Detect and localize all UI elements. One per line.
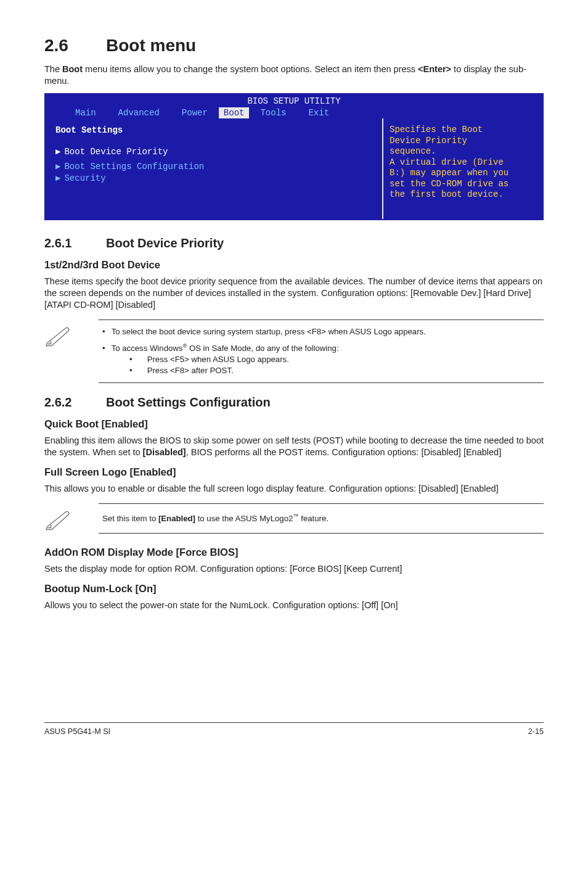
bios-help-line: sequence. xyxy=(390,146,536,157)
body-text: , BIOS performs all the POST items. Conf… xyxy=(186,447,502,457)
bios-help-line: A virtual drive (Drive xyxy=(390,157,536,168)
bios-tab-boot: Boot xyxy=(219,107,250,118)
subsection-title: Boot Settings Configuration xyxy=(106,395,271,409)
section-number: 2.6 xyxy=(44,35,106,57)
bios-tab-main: Main xyxy=(64,107,107,118)
bios-tab-power: Power xyxy=(171,107,219,118)
subsection-261: 2.6.1Boot Device Priority xyxy=(44,235,544,251)
note-sub-bullet: Press <F5> when ASUS Logo appears. xyxy=(129,354,540,365)
note-content: To select the boot device suring system … xyxy=(99,320,544,383)
note-block-2: Set this item to [Enabled] to use the AS… xyxy=(44,503,544,535)
note-text: To access Windows xyxy=(112,344,183,353)
note-bullet: To select the boot device suring system … xyxy=(102,326,540,337)
bios-help-line: B:) may appear when you xyxy=(390,168,536,179)
body-quick-boot: Enabling this item allows the BIOS to sk… xyxy=(44,435,544,458)
note-text: OS in Safe Mode, do any of the following… xyxy=(187,344,338,353)
bios-body: Boot Settings ▶Boot Device Priority ▶Boo… xyxy=(46,118,542,219)
subsection-title: Boot Device Priority xyxy=(106,236,224,250)
footer-left: ASUS P5G41-M SI xyxy=(44,727,110,737)
bios-item-selected: ▶Boot Device Priority xyxy=(55,146,372,157)
note-text: Set this item to xyxy=(102,514,158,524)
bios-screenshot: BIOS SETUP UTILITY Main Advanced Power B… xyxy=(44,93,544,220)
bios-item-label: Security xyxy=(64,173,105,183)
bios-help-line: Specifies the Boot xyxy=(390,125,536,136)
note-bullet: To access Windows® OS in Safe Mode, do a… xyxy=(102,342,540,376)
bios-header: BIOS SETUP UTILITY Main Advanced Power B… xyxy=(46,94,542,118)
body-261: These items specify the boot device prio… xyxy=(44,276,544,311)
note-text: feature. xyxy=(299,514,329,524)
section-heading: 2.6Boot menu xyxy=(44,35,544,57)
note-bold: [Enabled] xyxy=(158,514,195,524)
note-pencil-icon xyxy=(44,503,99,535)
trademark-icon: ™ xyxy=(293,513,298,519)
bios-help-line: set the CD-ROM drive as xyxy=(390,179,536,190)
note-block-1: To select the boot device suring system … xyxy=(44,320,544,383)
bios-help-panel: Specifies the Boot Device Priority seque… xyxy=(382,118,542,219)
page-footer: ASUS P5G41-M SI 2-15 xyxy=(44,722,544,737)
note-content: Set this item to [Enabled] to use the AS… xyxy=(99,503,544,534)
bios-left-header: Boot Settings xyxy=(55,125,372,136)
heading-full-screen-logo: Full Screen Logo [Enabled] xyxy=(44,466,544,479)
footer-right: 2-15 xyxy=(528,727,544,737)
bios-tab-row: Main Advanced Power Boot Tools Exit xyxy=(46,107,542,118)
note-pencil-icon xyxy=(44,320,99,351)
triangle-icon: ▶ xyxy=(55,147,60,157)
note-text: to use the ASUS MyLogo2 xyxy=(195,514,293,524)
bios-tab-advanced: Advanced xyxy=(107,107,171,118)
bios-tab-exit: Exit xyxy=(297,107,340,118)
bios-help-line: the first boot device. xyxy=(390,189,536,200)
intro-bold-enter: <Enter> xyxy=(418,64,451,74)
body-full-screen-logo: This allows you to enable or disable the… xyxy=(44,483,544,495)
heading-boot-device: 1st/2nd/3rd Boot Device xyxy=(44,258,544,272)
bios-item: ▶Security xyxy=(55,173,372,184)
heading-addon-rom: AddOn ROM Display Mode [Force BIOS] xyxy=(44,546,544,559)
heading-bootup-numlock: Bootup Num-Lock [On] xyxy=(44,582,544,596)
subsection-number: 2.6.2 xyxy=(44,394,106,410)
intro-bold-boot: Boot xyxy=(62,64,83,74)
intro-paragraph: The Boot menu items allow you to change … xyxy=(44,64,544,87)
body-addon-rom: Sets the display mode for option ROM. Co… xyxy=(44,563,544,575)
subsection-262: 2.6.2Boot Settings Configuration xyxy=(44,394,544,410)
intro-text: The xyxy=(44,64,62,74)
note-sub-bullet: Press <F8> after POST. xyxy=(129,365,540,376)
triangle-icon: ▶ xyxy=(55,173,60,183)
triangle-icon: ▶ xyxy=(55,162,60,171)
section-title: Boot menu xyxy=(106,36,196,55)
bios-item-label: Boot Settings Configuration xyxy=(64,162,204,171)
bios-utility-title: BIOS SETUP UTILITY xyxy=(46,96,542,107)
bios-left-panel: Boot Settings ▶Boot Device Priority ▶Boo… xyxy=(46,118,382,219)
body-bold: [Disabled] xyxy=(143,447,186,457)
subsection-number: 2.6.1 xyxy=(44,235,106,251)
body-bootup-numlock: Allows you to select the power-on state … xyxy=(44,600,544,611)
intro-text: menu items allow you to change the syste… xyxy=(83,64,418,74)
heading-quick-boot: Quick Boot [Enabled] xyxy=(44,418,544,431)
bios-help-line: Device Priority xyxy=(390,136,536,147)
bios-tab-tools: Tools xyxy=(249,107,297,118)
bios-item: ▶Boot Settings Configuration xyxy=(55,161,372,172)
bios-item-label: Boot Device Priority xyxy=(64,147,168,157)
